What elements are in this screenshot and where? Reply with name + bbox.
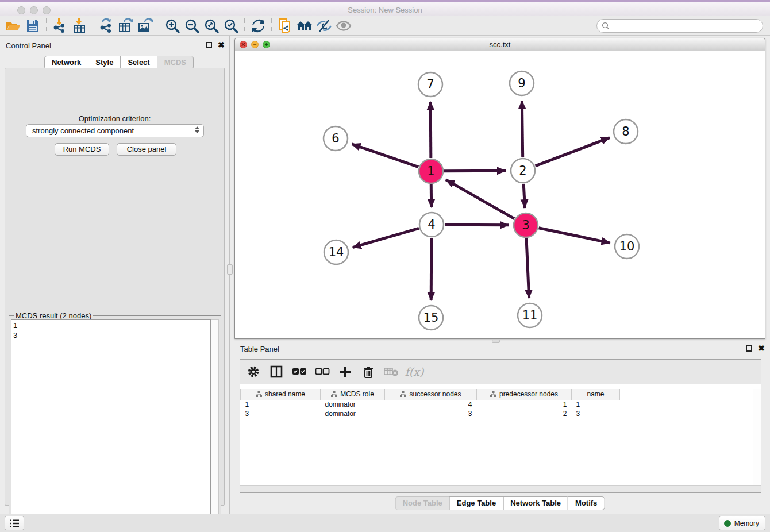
edge-1-7[interactable] <box>430 102 431 158</box>
table-vertical-scrollbar[interactable] <box>753 389 761 485</box>
select-all-checkboxes-icon[interactable] <box>292 364 307 379</box>
edge-4-15[interactable] <box>431 238 432 300</box>
close-panel-icon[interactable]: ✖ <box>218 42 225 48</box>
mcds-result-text[interactable]: 1 3 <box>11 319 211 530</box>
delete-table-icon[interactable] <box>384 364 399 379</box>
column-header-name[interactable]: name <box>572 389 620 400</box>
table-cell[interactable]: 4 <box>385 400 477 409</box>
save-session-icon[interactable] <box>23 17 43 34</box>
edge-3-1[interactable] <box>446 180 514 219</box>
select-stepper-icon <box>194 126 200 133</box>
table-horizontal-scrollbar[interactable] <box>240 485 761 492</box>
close-panel-button[interactable]: Close panel <box>117 143 176 156</box>
graph-node-7[interactable]: 7 <box>418 72 442 97</box>
task-history-button[interactable] <box>5 516 24 530</box>
mcds-result-group: MCDS result (2 nodes) 1 3 <box>9 315 221 532</box>
table-cell[interactable]: dominator <box>321 400 385 409</box>
tab-motifs[interactable]: Motifs <box>568 496 605 510</box>
add-column-icon[interactable] <box>338 364 353 379</box>
import-network-icon[interactable] <box>50 17 70 34</box>
export-network-icon[interactable] <box>97 17 116 34</box>
node-label: 8 <box>622 125 629 138</box>
zoom-out-icon[interactable] <box>182 17 202 34</box>
vertical-splitter-handle[interactable] <box>227 264 233 275</box>
graph-node-9[interactable]: 9 <box>510 71 534 95</box>
node-label: 14 <box>329 245 344 259</box>
edge-1-6[interactable] <box>352 144 418 167</box>
table-cell[interactable]: 1 <box>477 400 572 409</box>
toolbar-separator <box>159 18 159 33</box>
node-label: 4 <box>428 218 435 232</box>
export-table-icon[interactable] <box>116 17 136 34</box>
graph-node-14[interactable]: 14 <box>324 240 348 264</box>
import-table-icon[interactable] <box>70 17 89 34</box>
clone-network-icon[interactable] <box>275 17 295 34</box>
node-label: 15 <box>424 311 439 325</box>
graph-node-4[interactable]: 4 <box>419 213 444 237</box>
close-panel-icon[interactable]: ✖ <box>758 345 765 352</box>
table-row[interactable]: 1dominator411 <box>241 400 620 409</box>
memory-button[interactable]: Memory <box>719 516 765 530</box>
search-input[interactable] <box>610 22 763 30</box>
column-header-MCDS-role[interactable]: MCDS role <box>321 389 385 400</box>
search-box[interactable] <box>596 19 763 33</box>
function-builder-icon[interactable]: f(x) <box>407 364 422 379</box>
table-cell[interactable]: 2 <box>477 409 572 418</box>
hierarchy-icon <box>256 391 262 397</box>
table-cell[interactable]: 1 <box>572 400 620 409</box>
graph-node-1[interactable]: 1 <box>419 159 443 183</box>
column-header-shared-name[interactable]: shared name <box>241 389 321 400</box>
deselect-all-checkboxes-icon[interactable] <box>315 364 330 379</box>
table-cell[interactable]: 3 <box>572 409 620 418</box>
graph-node-10[interactable]: 10 <box>615 234 639 259</box>
edge-2-3[interactable] <box>523 184 525 208</box>
edge-4-14[interactable] <box>353 228 419 247</box>
graph-node-2[interactable]: 2 <box>511 159 535 183</box>
table-panel: Table Panel ✖ <box>234 342 765 514</box>
first-neighbors-icon[interactable] <box>295 17 314 34</box>
graph-node-11[interactable]: 11 <box>518 303 542 327</box>
criterion-select[interactable]: strongly connected component <box>26 124 204 137</box>
zoom-fit-icon[interactable] <box>202 17 221 34</box>
export-image-icon[interactable] <box>136 17 155 34</box>
delete-column-icon[interactable] <box>361 364 376 379</box>
edge-4-3[interactable] <box>445 225 509 225</box>
float-panel-icon[interactable] <box>746 345 752 352</box>
table-cell[interactable]: 3 <box>241 409 321 418</box>
column-header-predecessor-nodes[interactable]: predecessor nodes <box>477 389 572 400</box>
vertical-splitter[interactable] <box>229 36 230 514</box>
zoom-selected-icon[interactable] <box>221 17 241 34</box>
tab-edge-table[interactable]: Edge Table <box>449 496 503 510</box>
graph-node-6[interactable]: 6 <box>324 126 348 151</box>
column-header-successor-nodes[interactable]: successor nodes <box>385 389 477 400</box>
edge-2-8[interactable] <box>536 138 610 166</box>
graph-node-3[interactable]: 3 <box>514 213 538 237</box>
table-cell[interactable]: 3 <box>385 409 477 418</box>
toolbar-separator <box>271 18 272 33</box>
status-bar: Memory <box>0 514 770 532</box>
tab-node-table[interactable]: Node Table <box>395 496 449 510</box>
graph-node-8[interactable]: 8 <box>614 119 638 144</box>
run-mcds-button[interactable]: Run MCDS <box>55 143 109 156</box>
network-window-titlebar[interactable]: ✕ – + scc.txt <box>235 38 765 51</box>
edge-1-2[interactable] <box>444 171 506 171</box>
table-cell[interactable]: dominator <box>321 409 385 418</box>
zoom-in-icon[interactable] <box>163 17 182 34</box>
edge-3-11[interactable] <box>526 238 529 298</box>
mcds-result-scrollbar[interactable] <box>211 319 219 530</box>
apply-layout-icon[interactable] <box>248 17 268 34</box>
float-panel-icon[interactable] <box>206 42 212 48</box>
open-session-icon[interactable] <box>3 17 23 34</box>
network-canvas[interactable]: 7968124314101511 <box>235 51 765 338</box>
show-column-icon[interactable] <box>269 364 284 379</box>
edge-2-9[interactable] <box>522 101 522 157</box>
settings-gear-icon[interactable] <box>246 364 261 379</box>
table-cell[interactable]: 1 <box>241 400 321 409</box>
node-label: 6 <box>332 132 339 145</box>
table-row[interactable]: 3dominator323 <box>241 409 620 418</box>
edge-3-10[interactable] <box>539 228 610 243</box>
show-all-icon[interactable] <box>334 17 353 34</box>
graph-node-15[interactable]: 15 <box>419 306 443 330</box>
hide-selected-icon[interactable] <box>314 17 334 34</box>
tab-network-table[interactable]: Network Table <box>503 496 568 510</box>
